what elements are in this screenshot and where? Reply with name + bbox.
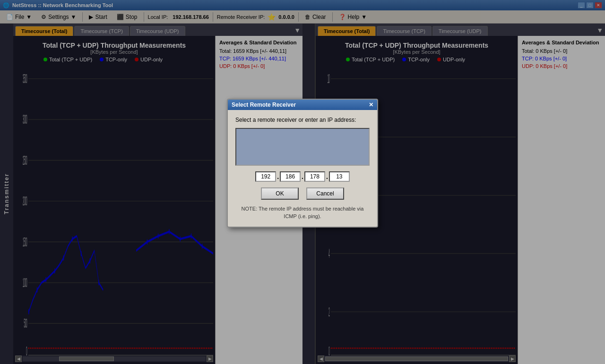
ip-octet1-input[interactable] <box>255 171 276 182</box>
dialog-note: NOTE: The remote IP address must be reac… <box>235 205 370 220</box>
dialog-title: Select Remote Receiver <box>232 102 296 108</box>
dialog-titlebar: Select Remote Receiver ✕ <box>228 100 377 110</box>
ip-octet3-input[interactable] <box>304 171 325 182</box>
ip-octet2-input[interactable] <box>280 171 301 182</box>
dialog-content: Select a remote receiver or enter an IP … <box>228 110 377 227</box>
dialog-listbox[interactable] <box>235 128 370 166</box>
dialog-instruction: Select a remote receiver or enter an IP … <box>235 117 370 123</box>
dialog-close-icon[interactable]: ✕ <box>369 102 373 108</box>
ok-button[interactable]: OK <box>261 187 299 200</box>
ip-octet4-input[interactable] <box>329 171 350 182</box>
select-remote-receiver-dialog: Select Remote Receiver ✕ Select a remote… <box>227 99 378 228</box>
ip-dot-1: . <box>277 173 279 180</box>
ip-dot-3: . <box>326 173 328 180</box>
ip-input-row: . . . <box>235 171 370 182</box>
dialog-overlay: Select Remote Receiver ✕ Select a remote… <box>0 0 605 364</box>
dialog-buttons: OK Cancel <box>235 187 370 200</box>
cancel-button[interactable]: Cancel <box>306 187 344 200</box>
ip-dot-2: . <box>302 173 303 180</box>
